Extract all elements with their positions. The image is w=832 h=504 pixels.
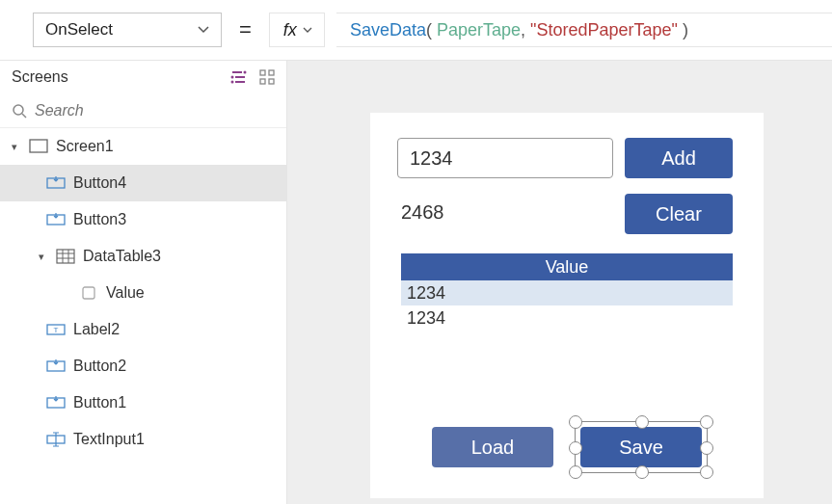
button-icon <box>46 393 66 412</box>
tree-item-button2[interactable]: Button2 <box>0 348 286 385</box>
tree-item-label: DataTable3 <box>83 248 161 265</box>
column-icon <box>79 283 98 303</box>
data-table[interactable]: Value 1234 1234 <box>401 253 733 331</box>
panel-title: Screens <box>12 68 68 86</box>
tree-item-textinput1[interactable]: TextInput1 <box>0 421 286 458</box>
button-label: Save <box>619 437 663 459</box>
label-icon: T <box>46 320 66 339</box>
svg-point-10 <box>13 105 23 115</box>
grid-view-icon[interactable] <box>259 69 275 85</box>
search-icon <box>12 103 27 119</box>
tree-item-button4[interactable]: Button4 <box>0 165 286 201</box>
tree-item-label: Button4 <box>73 174 126 192</box>
svg-rect-15 <box>57 250 74 263</box>
svg-rect-9 <box>269 79 274 84</box>
button-label: Add <box>661 147 696 170</box>
svg-point-5 <box>231 81 234 84</box>
svg-point-4 <box>231 76 234 79</box>
tree-item-label: Screen1 <box>56 138 114 155</box>
svg-rect-6 <box>260 70 265 75</box>
token-string: "StoredPaperTape" <box>530 20 678 40</box>
tree-item-label: Button2 <box>73 358 126 375</box>
tree-item-datatable3[interactable]: ▾ DataTable3 <box>0 238 286 275</box>
button-icon <box>46 357 66 376</box>
resize-handle[interactable] <box>700 415 713 429</box>
tree-item-label2[interactable]: T Label2 <box>0 311 286 348</box>
tree-item-button1[interactable]: Button1 <box>0 385 286 421</box>
caret-down-icon: ▾ <box>12 141 21 153</box>
tree-item-label: Value <box>106 284 145 302</box>
svg-rect-20 <box>83 287 94 299</box>
clear-button[interactable]: Clear <box>625 194 733 234</box>
tree: ▾ Screen1 Button4 Button3 ▾ DataTable3 <box>0 128 286 458</box>
panel-header: Screens <box>0 61 286 93</box>
resize-handle[interactable] <box>569 415 582 429</box>
formula-input[interactable]: SaveData( PaperTape, "StoredPaperTape" ) <box>336 13 832 47</box>
table-header: Value <box>401 253 733 280</box>
button-icon <box>46 173 66 193</box>
equals-sign: = <box>239 17 252 42</box>
result-label: 2468 <box>401 201 444 224</box>
chevron-down-icon <box>198 26 209 34</box>
resize-handle[interactable] <box>700 441 713 455</box>
svg-text:T: T <box>54 326 59 334</box>
svg-rect-12 <box>30 140 47 152</box>
tree-item-label: TextInput1 <box>73 431 145 448</box>
tree-item-label: Button3 <box>73 211 126 228</box>
tree-item-value-column[interactable]: Value <box>0 275 286 311</box>
number-input[interactable] <box>397 138 613 178</box>
tree-view-icon[interactable] <box>230 69 248 85</box>
fx-label: fx <box>283 20 297 40</box>
add-button[interactable]: Add <box>625 138 733 178</box>
resize-handle[interactable] <box>569 465 582 479</box>
tree-item-button3[interactable]: Button3 <box>0 201 286 238</box>
token-function: SaveData <box>350 20 426 40</box>
property-label: OnSelect <box>45 20 113 40</box>
app-frame: Add 2468 Clear Value 1234 1234 Load Save <box>370 113 764 498</box>
tree-panel: Screens <box>0 61 287 504</box>
tree-item-label: Label2 <box>73 321 120 338</box>
chevron-down-icon <box>303 27 312 34</box>
save-button[interactable]: Save <box>580 427 702 467</box>
button-label: Clear <box>656 203 702 225</box>
caret-down-icon: ▾ <box>39 251 48 263</box>
table-row[interactable]: 1234 <box>401 305 733 331</box>
token-identifier: PaperTape <box>437 20 521 40</box>
table-row[interactable]: 1234 <box>401 280 733 305</box>
canvas: Add 2468 Clear Value 1234 1234 Load Save <box>287 61 832 504</box>
textinput-icon <box>46 430 66 449</box>
property-dropdown[interactable]: OnSelect <box>33 13 222 47</box>
resize-handle[interactable] <box>700 465 713 479</box>
resize-handle[interactable] <box>635 465 649 479</box>
button-label: Load <box>471 437 515 459</box>
svg-rect-7 <box>269 70 274 75</box>
svg-point-3 <box>244 71 247 74</box>
search-row <box>0 93 286 128</box>
fx-dropdown[interactable]: fx <box>269 13 325 47</box>
svg-rect-8 <box>260 79 265 84</box>
load-button[interactable]: Load <box>432 427 553 467</box>
datatable-icon <box>56 247 75 266</box>
formula-bar: OnSelect = fx SaveData( PaperTape, "Stor… <box>0 0 832 61</box>
tree-item-label: Button1 <box>73 394 126 411</box>
search-input[interactable] <box>35 102 275 119</box>
tree-item-screen1[interactable]: ▾ Screen1 <box>0 128 286 165</box>
svg-line-11 <box>22 114 26 118</box>
button-icon <box>46 210 66 229</box>
screen-icon <box>29 137 48 156</box>
